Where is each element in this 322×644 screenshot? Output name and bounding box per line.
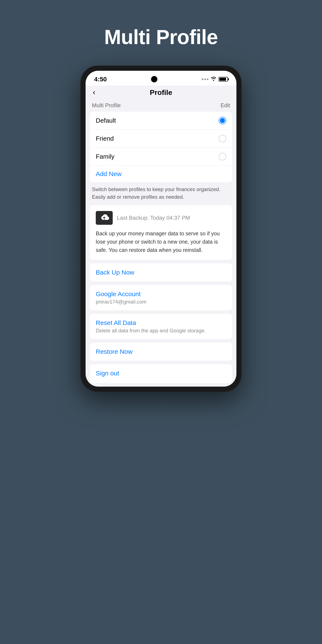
google-account-label[interactable]: Google Account <box>96 290 141 298</box>
section-header: Multi Profile Edit <box>86 99 236 112</box>
section-header-label: Multi Profile <box>92 102 121 109</box>
status-time: 4:50 <box>94 76 107 83</box>
radio-friend[interactable] <box>218 135 226 142</box>
back-button[interactable]: ‹ <box>92 88 96 97</box>
backup-description: Back up your money manager data to serve… <box>96 230 226 254</box>
signal-dot <box>207 78 208 80</box>
restore-now-card[interactable]: Restore Now <box>90 342 232 361</box>
back-chevron-icon: ‹ <box>93 88 95 96</box>
profile-name-family: Family <box>96 153 114 160</box>
radio-inner-default <box>220 118 225 123</box>
phone-shell: 4:50 <box>80 66 242 392</box>
google-account-sublabel: pnirav174@gmail.com <box>96 299 226 305</box>
wifi-icon <box>210 76 216 82</box>
profiles-description: Switch between profiles to keep your fin… <box>86 186 236 205</box>
cloud-upload-icon <box>96 211 113 225</box>
nav-bar: ‹ Profile <box>86 86 236 99</box>
reset-all-data-sublabel: Delete all data from the app and Google … <box>96 328 226 334</box>
page-title: Multi Profile <box>104 26 218 49</box>
signal-dot <box>204 78 206 80</box>
nav-title: Profile <box>150 88 172 96</box>
sign-out-card[interactable]: Sign out <box>90 364 232 383</box>
radio-default[interactable] <box>218 117 226 124</box>
phone-screen: 4:50 <box>86 71 236 386</box>
add-new-row[interactable]: Add New <box>90 166 232 182</box>
sign-out-label[interactable]: Sign out <box>96 370 119 377</box>
restore-now-label[interactable]: Restore Now <box>96 348 132 355</box>
camera-notch <box>151 76 158 82</box>
profile-name-default: Default <box>96 117 116 124</box>
back-up-now-card[interactable]: Back Up Now <box>90 263 232 282</box>
reset-all-data-label[interactable]: Reset All Data <box>96 319 136 326</box>
profile-item-default[interactable]: Default <box>90 112 232 130</box>
profile-name-friend: Friend <box>96 135 114 142</box>
profile-item-friend[interactable]: Friend <box>90 130 232 148</box>
status-icons <box>202 76 228 82</box>
signal-dots <box>202 78 208 80</box>
backup-card: Last Backup: Today 04:37 PM Back up your… <box>90 205 232 260</box>
backup-header: Last Backup: Today 04:37 PM <box>96 211 226 225</box>
back-up-now-label[interactable]: Back Up Now <box>96 269 134 276</box>
battery-icon <box>218 77 228 82</box>
google-account-card[interactable]: Google Account pnirav174@gmail.com <box>90 285 232 310</box>
edit-button[interactable]: Edit <box>220 102 230 109</box>
profile-item-family[interactable]: Family <box>90 148 232 166</box>
last-backup-text: Last Backup: Today 04:37 PM <box>117 214 190 221</box>
reset-all-data-card[interactable]: Reset All Data Delete all data from the … <box>90 314 232 339</box>
signal-dot <box>202 78 203 80</box>
add-new-label[interactable]: Add New <box>96 170 122 177</box>
status-bar: 4:50 <box>86 71 236 86</box>
radio-family[interactable] <box>218 153 226 160</box>
profiles-card: Default Friend Family Add New <box>90 112 232 182</box>
